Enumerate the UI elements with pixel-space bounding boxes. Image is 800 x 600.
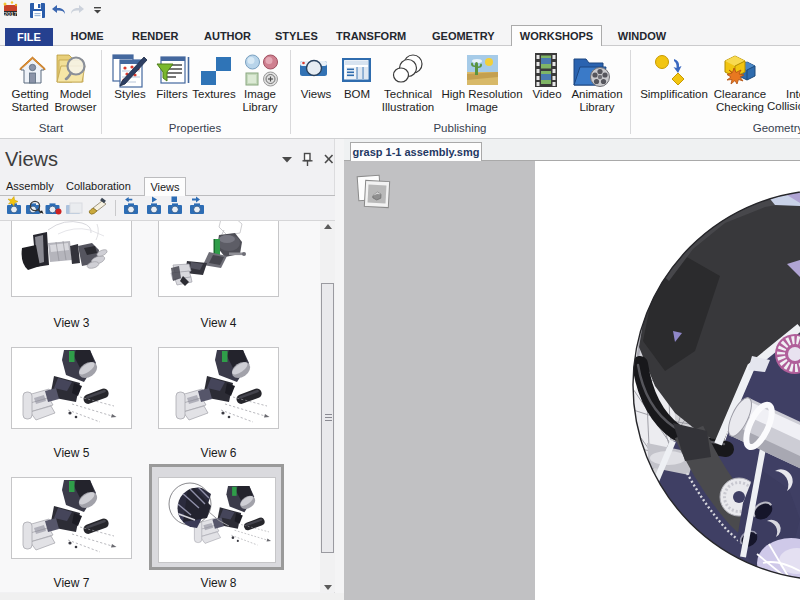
svg-text:2017: 2017	[4, 11, 18, 17]
